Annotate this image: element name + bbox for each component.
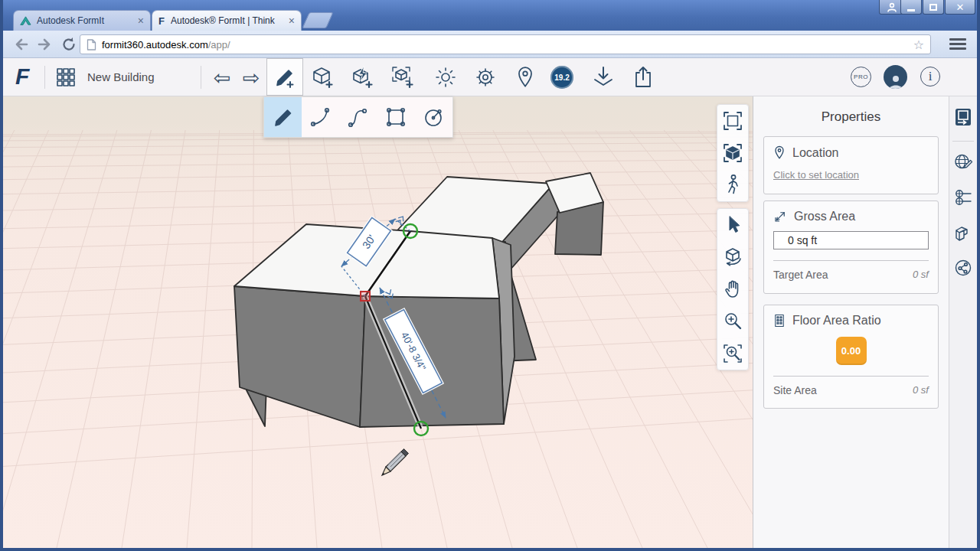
rectangle-icon <box>384 106 407 129</box>
location-pin-icon <box>773 145 786 160</box>
view-3d-button[interactable] <box>717 137 748 169</box>
cube-add-icon <box>311 65 335 90</box>
view-mode-toolbar <box>717 104 749 202</box>
properties-panel: Properties Location Click to set locatio… <box>753 96 949 548</box>
browser-tab-formit-home[interactable]: Autodesk FormIt × <box>13 10 151 31</box>
tab-materials[interactable] <box>949 215 977 250</box>
import-button[interactable] <box>586 60 620 95</box>
site-area-label: Site Area <box>773 384 817 396</box>
chrome-menu-icon[interactable] <box>949 38 966 50</box>
circle-icon <box>422 106 445 129</box>
corner-solid-icon <box>953 223 973 243</box>
area-icon <box>773 210 787 223</box>
fit-view-icon <box>721 109 744 132</box>
info-button[interactable]: i <box>920 67 940 86</box>
refresh-icon[interactable] <box>61 36 77 53</box>
orbit-button[interactable] <box>717 241 748 273</box>
url-host: formit360.autodesk.com <box>102 39 208 51</box>
zoom-extents-button[interactable] <box>717 105 748 137</box>
pro-badge[interactable]: PRO <box>851 67 871 87</box>
set-location-link[interactable]: Click to set location <box>773 169 859 181</box>
arc-icon <box>309 106 332 129</box>
pan-button[interactable] <box>717 273 748 305</box>
page-icon <box>87 39 96 51</box>
arc-tool-button[interactable] <box>302 97 339 137</box>
canvas-3d-viewport[interactable]: 30' 40'-8 3/4" <box>3 96 753 548</box>
location-button[interactable] <box>508 60 542 95</box>
location-card: Location Click to set location <box>763 136 939 194</box>
tab-properties[interactable] <box>949 96 977 138</box>
tab-close-icon[interactable]: × <box>289 15 295 27</box>
group-cube-button[interactable] <box>386 60 420 95</box>
url-path: /app/ <box>208 39 230 51</box>
circle-tool-button[interactable] <box>414 97 452 137</box>
projects-grid-button[interactable] <box>49 60 83 95</box>
snap-midpoint <box>361 292 370 301</box>
settings-button[interactable] <box>469 60 502 95</box>
formit-favicon-icon: F <box>158 15 165 27</box>
zoom-button[interactable] <box>717 305 748 337</box>
cube-lightning-add-icon <box>351 65 375 90</box>
spline-tool-button[interactable] <box>339 97 377 137</box>
site-area-value: 0 sf <box>913 384 929 396</box>
orbit-cube-icon <box>721 246 744 269</box>
line-tool-button[interactable] <box>264 97 302 137</box>
maximize-button[interactable] <box>923 0 944 15</box>
location-pin-icon <box>515 66 535 89</box>
pencil-add-icon <box>273 66 296 89</box>
tab-title: Autodesk FormIt <box>37 15 133 26</box>
rectangle-tool-button[interactable] <box>377 97 414 137</box>
primitive-cube-button[interactable] <box>306 60 340 95</box>
navigation-toolbar <box>717 208 749 370</box>
account-avatar[interactable] <box>884 65 907 89</box>
walk-person-icon <box>723 174 743 197</box>
grid-icon <box>55 67 77 88</box>
sun-icon <box>434 66 457 89</box>
bookmark-star-icon[interactable]: ☆ <box>913 37 924 52</box>
forward-icon[interactable] <box>37 36 54 53</box>
back-icon[interactable] <box>12 36 29 53</box>
redo-button[interactable]: ⇨ <box>234 60 268 95</box>
floor-area-ratio-label: Floor Area Ratio <box>792 314 881 328</box>
tab-close-icon[interactable]: × <box>138 15 144 27</box>
version-badge[interactable]: 19.2 <box>550 66 573 89</box>
address-bar[interactable]: formit360.autodesk.com/app/ ☆ <box>80 34 931 54</box>
window-controls: ✕ <box>900 0 975 15</box>
browser-tab-formit-app[interactable]: F Autodesk® FormIt | Think × <box>152 10 302 31</box>
select-button[interactable] <box>717 209 748 241</box>
import-arrow-icon <box>592 65 615 90</box>
zoom-window-button[interactable] <box>717 337 748 370</box>
sketch-tool-button[interactable] <box>266 58 303 96</box>
levels-icon <box>953 187 973 207</box>
spline-icon <box>347 106 370 129</box>
document-title[interactable]: New Building <box>87 58 155 96</box>
tab-share[interactable] <box>949 250 977 285</box>
target-area-value: 0 sf <box>913 269 929 281</box>
floor-area-ratio-card: Floor Area Ratio 0.00 Site Area 0 sf <box>763 305 939 409</box>
far-value-badge[interactable]: 0.00 <box>836 337 867 365</box>
gross-area-card: Gross Area 0 sq ft Target Area 0 sf <box>763 201 939 294</box>
browser-toolbar: formit360.autodesk.com/app/ ☆ <box>3 31 977 58</box>
tab-location[interactable] <box>949 145 977 180</box>
cube-group-add-icon <box>390 65 415 90</box>
close-window-button[interactable]: ✕ <box>945 0 975 15</box>
building-icon <box>773 314 786 328</box>
panel-dock-tabs <box>949 96 977 548</box>
location-label: Location <box>792 146 839 160</box>
cursor-icon <box>723 214 743 236</box>
export-button[interactable] <box>626 60 660 95</box>
zoom-in-icon <box>722 311 743 332</box>
cube-3d-icon <box>721 142 744 165</box>
formit-logo[interactable]: F <box>15 64 29 90</box>
sketch-tools-flyout <box>263 96 453 138</box>
person-icon <box>887 73 904 89</box>
share-icon <box>953 258 973 278</box>
gross-area-input[interactable]: 0 sq ft <box>773 231 929 249</box>
target-area-label: Target Area <box>773 269 828 281</box>
walkthrough-button[interactable] <box>717 169 748 201</box>
minimize-button[interactable] <box>900 0 922 15</box>
tab-levels[interactable] <box>949 180 977 215</box>
pencil-icon <box>273 106 294 128</box>
shadows-button[interactable] <box>429 60 462 95</box>
dynamo-cube-button[interactable] <box>346 60 380 95</box>
